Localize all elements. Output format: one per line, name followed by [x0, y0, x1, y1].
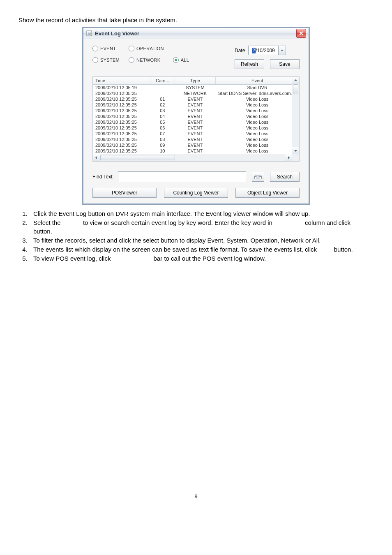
table-row[interactable]: 2009/02/10 12:05:2501EVENTVideo Loss: [93, 96, 299, 102]
svg-rect-10: [256, 178, 260, 178]
scroll-right-icon[interactable]: [285, 154, 292, 161]
col-time[interactable]: Time: [93, 77, 150, 85]
step-3: To filter the records, select and click …: [29, 236, 374, 245]
window-title: Event Log Viewer: [95, 30, 139, 37]
step-2: Select the to view or search certain eve…: [29, 219, 374, 236]
table-row[interactable]: 2009/02/10 12:05:19SYSTEMStart DVR: [93, 85, 299, 91]
table-row[interactable]: 2009/02/10 12:05:2503EVENTVideo Loss: [93, 108, 299, 113]
radio-network[interactable]: NETWORK: [129, 57, 164, 63]
vertical-scrollbar[interactable]: [292, 77, 299, 154]
table-row[interactable]: 2009/02/10 12:05:2506EVENTVideo Loss: [93, 125, 299, 131]
keyboard-icon[interactable]: [252, 172, 264, 182]
posviewer-button[interactable]: POSViewer: [92, 188, 157, 198]
table-row[interactable]: 2009/02/10 12:05:2510EVENTVideo Loss: [93, 148, 299, 154]
intro-text: Show the record of activities that take …: [18, 16, 374, 23]
save-button[interactable]: Save: [270, 59, 300, 69]
svg-rect-5: [255, 176, 256, 177]
radio-operation-label: OPERATION: [136, 46, 164, 51]
event-table: Time Cam... Type Event 2009/02/10 12:05:…: [92, 76, 300, 162]
find-text-input[interactable]: [118, 171, 246, 182]
instruction-list: Click the Event Log button on DVR system…: [18, 210, 374, 263]
chevron-down-icon[interactable]: [278, 46, 286, 55]
date-value-hl: 2: [252, 48, 256, 53]
counting-log-button[interactable]: Counting Log Viewer: [164, 188, 228, 198]
date-value-rest: /10/2009: [256, 48, 275, 53]
table-row[interactable]: 2009/02/10 12:05:2505EVENTVideo Loss: [93, 119, 299, 125]
radio-network-label: NETWORK: [136, 58, 160, 62]
step-1: Click the Event Log button on DVR system…: [29, 210, 374, 218]
table-row[interactable]: 2009/02/10 12:05:2509EVENTVideo Loss: [93, 142, 299, 148]
refresh-button[interactable]: Refresh: [235, 59, 264, 69]
scroll-thumb[interactable]: [293, 84, 298, 94]
step-5: To view POS event log, click bar to call…: [29, 254, 374, 263]
search-button[interactable]: Search: [270, 172, 300, 182]
col-event[interactable]: Event: [216, 77, 299, 85]
table-row[interactable]: 2009/02/10 12:05:2508EVENTVideo Loss: [93, 136, 299, 142]
table-row[interactable]: 2009/02/10 12:05:2504EVENTVideo Loss: [93, 113, 299, 119]
col-type[interactable]: Type: [175, 77, 216, 85]
page-number: 9: [18, 493, 374, 500]
svg-rect-4: [255, 176, 262, 179]
radio-all[interactable]: ALL: [173, 57, 189, 63]
radio-event[interactable]: EVENT: [92, 46, 120, 51]
step-4: The events list which display on the scr…: [29, 245, 374, 254]
radio-all-label: ALL: [181, 58, 189, 62]
event-log-window: Event Log Viewer EVENT OPERATION SYSTEM …: [82, 27, 310, 205]
scroll-up-icon[interactable]: [292, 77, 299, 84]
date-picker[interactable]: 2/10/2009: [248, 46, 286, 55]
radio-system-label: SYSTEM: [100, 58, 120, 62]
app-icon: [86, 30, 92, 37]
close-button[interactable]: [296, 29, 306, 38]
scroll-down-icon[interactable]: [292, 147, 299, 154]
radio-operation[interactable]: OPERATION: [129, 46, 164, 51]
title-bar: Event Log Viewer: [83, 28, 309, 39]
svg-rect-7: [258, 176, 258, 177]
hscroll-thumb[interactable]: [100, 155, 175, 160]
object-log-button[interactable]: Object Log Viewer: [235, 188, 300, 198]
find-text-label: Find Text: [92, 174, 112, 180]
svg-rect-9: [260, 176, 261, 177]
svg-rect-6: [256, 176, 257, 177]
horizontal-scrollbar[interactable]: [93, 154, 299, 161]
table-row[interactable]: 2009/02/10 12:05:2502EVENTVideo Loss: [93, 102, 299, 108]
scroll-left-icon[interactable]: [93, 154, 100, 161]
col-cam[interactable]: Cam...: [150, 77, 175, 85]
svg-rect-8: [259, 176, 260, 177]
radio-system[interactable]: SYSTEM: [92, 57, 120, 63]
table-row[interactable]: 2009/02/10 12:05:2507EVENTVideo Loss: [93, 131, 299, 136]
date-label: Date: [235, 48, 245, 53]
table-row[interactable]: 2009/02/10 12:05:25NETWORKStart DDNS Ser…: [93, 90, 299, 96]
radio-event-label: EVENT: [100, 46, 116, 51]
